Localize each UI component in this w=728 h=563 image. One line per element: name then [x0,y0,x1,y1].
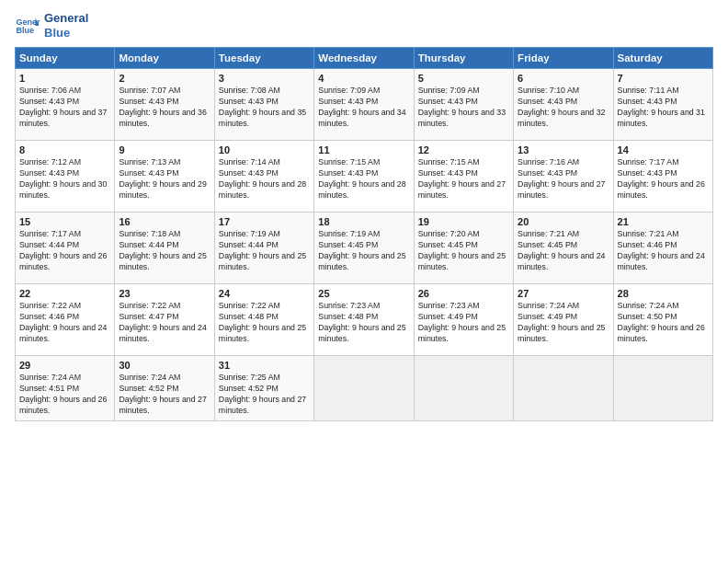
day-number: 11 [318,144,409,155]
table-row: 21 Sunrise: 7:21 AMSunset: 4:46 PMDaylig… [613,213,712,284]
table-row [613,356,712,421]
day-number: 28 [618,288,709,299]
day-info: Sunrise: 7:15 AMSunset: 4:43 PMDaylight:… [418,157,506,200]
table-row: 23 Sunrise: 7:22 AMSunset: 4:47 PMDaylig… [115,284,214,356]
table-row: 8 Sunrise: 7:12 AMSunset: 4:43 PMDayligh… [16,141,115,213]
col-monday: Monday [115,48,214,69]
day-info: Sunrise: 7:22 AMSunset: 4:46 PMDaylight:… [19,301,107,343]
day-number: 15 [19,216,110,227]
day-info: Sunrise: 7:21 AMSunset: 4:46 PMDaylight:… [618,229,705,271]
day-info: Sunrise: 7:18 AMSunset: 4:44 PMDaylight:… [119,229,206,271]
day-number: 22 [19,288,110,299]
day-number: 20 [518,216,609,227]
day-number: 31 [219,360,310,371]
table-row: 5 Sunrise: 7:09 AMSunset: 4:43 PMDayligh… [414,69,513,141]
page-container: General Blue General Blue Sunday Monday … [0,0,728,429]
day-number: 14 [618,144,709,155]
day-info: Sunrise: 7:24 AMSunset: 4:49 PMDaylight:… [518,301,605,343]
day-number: 18 [318,216,409,227]
day-number: 2 [119,73,210,84]
day-info: Sunrise: 7:08 AMSunset: 4:43 PMDaylight:… [219,86,306,128]
day-info: Sunrise: 7:22 AMSunset: 4:47 PMDaylight:… [119,301,206,343]
day-info: Sunrise: 7:09 AMSunset: 4:43 PMDaylight:… [418,86,506,128]
table-row: 9 Sunrise: 7:13 AMSunset: 4:43 PMDayligh… [115,141,214,213]
col-tuesday: Tuesday [214,48,313,69]
table-row: 22 Sunrise: 7:22 AMSunset: 4:46 PMDaylig… [16,284,115,356]
day-info: Sunrise: 7:20 AMSunset: 4:45 PMDaylight:… [418,229,506,271]
day-number: 16 [119,216,210,227]
table-row: 16 Sunrise: 7:18 AMSunset: 4:44 PMDaylig… [115,213,214,284]
logo-text: General [44,11,88,26]
table-row: 26 Sunrise: 7:23 AMSunset: 4:49 PMDaylig… [414,284,513,356]
day-info: Sunrise: 7:06 AMSunset: 4:43 PMDaylight:… [19,86,107,128]
table-row: 28 Sunrise: 7:24 AMSunset: 4:50 PMDaylig… [613,284,712,356]
day-number: 6 [518,73,609,84]
day-info: Sunrise: 7:24 AMSunset: 4:50 PMDaylight:… [618,301,705,343]
table-row: 29 Sunrise: 7:24 AMSunset: 4:51 PMDaylig… [16,356,115,421]
table-row: 1 Sunrise: 7:06 AMSunset: 4:43 PMDayligh… [16,69,115,141]
day-number: 27 [518,288,609,299]
day-info: Sunrise: 7:15 AMSunset: 4:43 PMDaylight:… [318,157,405,200]
day-info: Sunrise: 7:25 AMSunset: 4:52 PMDaylight:… [219,373,306,415]
day-number: 19 [418,216,509,227]
day-info: Sunrise: 7:24 AMSunset: 4:51 PMDaylight:… [19,373,107,415]
calendar-week-row: 22 Sunrise: 7:22 AMSunset: 4:46 PMDaylig… [16,284,713,356]
day-number: 25 [318,288,409,299]
day-info: Sunrise: 7:21 AMSunset: 4:45 PMDaylight:… [518,229,605,271]
col-saturday: Saturday [613,48,712,69]
col-sunday: Sunday [16,48,115,69]
table-row: 19 Sunrise: 7:20 AMSunset: 4:45 PMDaylig… [414,213,513,284]
day-info: Sunrise: 7:07 AMSunset: 4:43 PMDaylight:… [119,86,206,128]
day-info: Sunrise: 7:22 AMSunset: 4:48 PMDaylight:… [219,301,306,343]
table-row: 18 Sunrise: 7:19 AMSunset: 4:45 PMDaylig… [314,213,414,284]
table-row: 7 Sunrise: 7:11 AMSunset: 4:43 PMDayligh… [613,69,712,141]
day-info: Sunrise: 7:17 AMSunset: 4:43 PMDaylight:… [618,157,705,200]
day-info: Sunrise: 7:23 AMSunset: 4:49 PMDaylight:… [418,301,506,343]
logo: General Blue General Blue [15,11,88,40]
table-row: 30 Sunrise: 7:24 AMSunset: 4:52 PMDaylig… [115,356,214,421]
day-number: 7 [618,73,709,84]
day-info: Sunrise: 7:14 AMSunset: 4:43 PMDaylight:… [219,157,306,200]
calendar-table: Sunday Monday Tuesday Wednesday Thursday… [15,47,713,421]
table-row: 2 Sunrise: 7:07 AMSunset: 4:43 PMDayligh… [115,69,214,141]
day-number: 3 [219,73,310,84]
day-info: Sunrise: 7:19 AMSunset: 4:44 PMDaylight:… [219,229,306,271]
day-number: 4 [318,73,409,84]
col-friday: Friday [514,48,613,69]
logo-subtext: Blue [44,26,88,40]
table-row: 15 Sunrise: 7:17 AMSunset: 4:44 PMDaylig… [16,213,115,284]
day-info: Sunrise: 7:23 AMSunset: 4:48 PMDaylight:… [318,301,405,343]
day-info: Sunrise: 7:12 AMSunset: 4:43 PMDaylight:… [19,157,107,200]
day-info: Sunrise: 7:13 AMSunset: 4:43 PMDaylight:… [119,157,206,200]
table-row: 25 Sunrise: 7:23 AMSunset: 4:48 PMDaylig… [314,284,414,356]
day-number: 23 [119,288,210,299]
table-row [414,356,513,421]
day-info: Sunrise: 7:19 AMSunset: 4:45 PMDaylight:… [318,229,405,271]
page-header: General Blue General Blue [15,11,713,40]
day-number: 24 [219,288,310,299]
day-number: 21 [618,216,709,227]
day-info: Sunrise: 7:16 AMSunset: 4:43 PMDaylight:… [518,157,605,200]
table-row [314,356,414,421]
day-number: 10 [219,144,310,155]
logo-icon: General Blue [15,13,40,39]
col-thursday: Thursday [414,48,513,69]
calendar-week-row: 15 Sunrise: 7:17 AMSunset: 4:44 PMDaylig… [16,213,713,284]
table-row: 24 Sunrise: 7:22 AMSunset: 4:48 PMDaylig… [214,284,313,356]
table-row: 20 Sunrise: 7:21 AMSunset: 4:45 PMDaylig… [514,213,613,284]
table-row: 27 Sunrise: 7:24 AMSunset: 4:49 PMDaylig… [514,284,613,356]
table-row: 14 Sunrise: 7:17 AMSunset: 4:43 PMDaylig… [613,141,712,213]
table-row: 31 Sunrise: 7:25 AMSunset: 4:52 PMDaylig… [214,356,313,421]
day-info: Sunrise: 7:11 AMSunset: 4:43 PMDaylight:… [618,86,705,128]
calendar-week-row: 29 Sunrise: 7:24 AMSunset: 4:51 PMDaylig… [16,356,713,421]
day-info: Sunrise: 7:17 AMSunset: 4:44 PMDaylight:… [19,229,107,271]
table-row: 12 Sunrise: 7:15 AMSunset: 4:43 PMDaylig… [414,141,513,213]
day-number: 9 [119,144,210,155]
day-number: 26 [418,288,509,299]
day-info: Sunrise: 7:09 AMSunset: 4:43 PMDaylight:… [318,86,405,128]
day-number: 12 [418,144,509,155]
table-row: 4 Sunrise: 7:09 AMSunset: 4:43 PMDayligh… [314,69,414,141]
day-number: 29 [19,360,110,371]
day-number: 17 [219,216,310,227]
day-info: Sunrise: 7:24 AMSunset: 4:52 PMDaylight:… [119,373,206,415]
